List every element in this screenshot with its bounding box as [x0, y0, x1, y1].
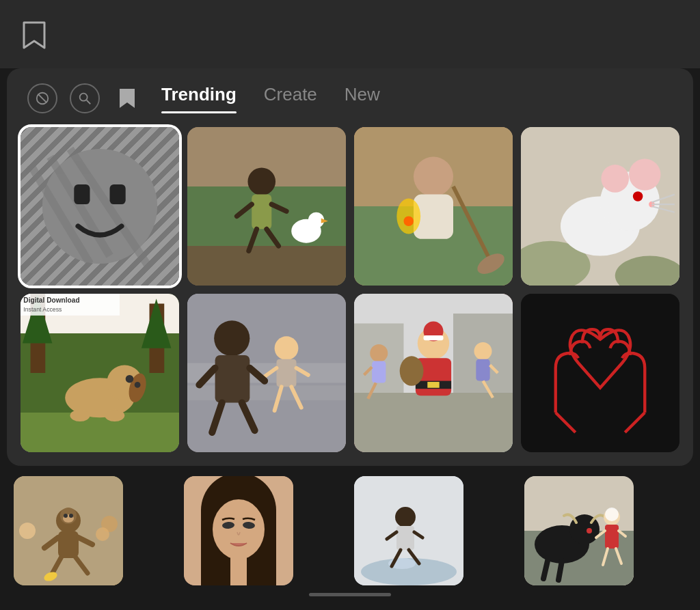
- svg-point-37: [601, 165, 629, 193]
- svg-point-102: [19, 523, 36, 539]
- bull-woman-svg: [524, 476, 634, 585]
- nav-bar: Trending Create New: [7, 68, 693, 113]
- svg-point-120: [213, 499, 265, 559]
- grid-item-9[interactable]: [14, 476, 123, 585]
- search-button[interactable]: [70, 83, 100, 113]
- svg-point-92: [370, 344, 388, 362]
- svg-point-128: [395, 507, 416, 527]
- bookmark-top-icon[interactable]: [21, 19, 48, 50]
- svg-point-57: [105, 410, 124, 421]
- svg-point-147: [605, 508, 619, 521]
- svg-point-14: [247, 167, 275, 195]
- svg-rect-66: [277, 359, 297, 387]
- heart-hands-svg: [521, 294, 679, 452]
- grid-item-5[interactable]: Digital Download Instant Access: [21, 294, 179, 452]
- grid-item-8[interactable]: [521, 294, 679, 452]
- svg-rect-84: [424, 335, 444, 340]
- svg-rect-9: [110, 184, 126, 204]
- scroll-bar: [309, 593, 391, 596]
- svg-rect-110: [58, 531, 79, 558]
- svg-line-140: [558, 561, 562, 580]
- svg-line-3: [87, 100, 91, 105]
- tab-create[interactable]: Create: [264, 84, 317, 113]
- grid-item-1[interactable]: [21, 127, 179, 286]
- svg-point-54: [126, 375, 134, 383]
- dog-forest-svg: Digital Download Instant Access: [21, 294, 179, 452]
- monkey-run-svg: [14, 476, 123, 585]
- svg-rect-8: [74, 184, 90, 204]
- svg-rect-87: [427, 382, 439, 388]
- svg-rect-12: [187, 246, 346, 286]
- svg-point-31: [404, 217, 414, 227]
- grid-item-6[interactable]: [187, 294, 346, 452]
- svg-point-26: [414, 157, 453, 197]
- svg-text:Instant Access: Instant Access: [23, 306, 62, 313]
- grid-item-12[interactable]: [524, 476, 634, 585]
- svg-rect-79: [354, 393, 513, 452]
- svg-point-65: [275, 336, 299, 360]
- svg-point-88: [474, 342, 492, 360]
- grid-item-4[interactable]: [521, 127, 679, 286]
- tab-trending[interactable]: Trending: [161, 84, 237, 113]
- baby-broom-svg: [354, 127, 513, 286]
- bigfoot-chase-svg: [187, 294, 346, 452]
- svg-rect-97: [521, 294, 679, 452]
- child-water-svg: [354, 476, 463, 585]
- bottom-grid: [0, 466, 700, 599]
- white-mouse-svg: [521, 127, 679, 286]
- grid-item-2[interactable]: [187, 127, 346, 286]
- top-bar: [0, 0, 700, 68]
- santa-chase-svg: [354, 294, 513, 452]
- grid-item-10[interactable]: [184, 476, 293, 585]
- svg-point-39: [633, 191, 643, 202]
- svg-rect-93: [372, 361, 386, 383]
- bookmark-nav-button[interactable]: [112, 83, 142, 113]
- svg-point-38: [629, 158, 660, 190]
- emoji-face-svg: [21, 127, 179, 286]
- grid-item-7[interactable]: [354, 294, 513, 452]
- svg-rect-50: [21, 413, 179, 452]
- svg-line-1: [38, 94, 47, 103]
- svg-point-109: [69, 514, 73, 518]
- svg-point-55: [135, 382, 141, 388]
- tab-new[interactable]: New: [345, 84, 380, 113]
- svg-point-71: [214, 320, 250, 356]
- scroll-indicator: [0, 587, 700, 602]
- svg-point-96: [400, 356, 424, 386]
- svg-rect-123: [230, 557, 247, 585]
- svg-rect-142: [605, 525, 619, 549]
- grid-item-11[interactable]: [354, 476, 463, 585]
- svg-point-104: [96, 527, 109, 541]
- nav-tabs: Trending Create New: [161, 84, 380, 113]
- asian-woman-svg: [184, 476, 293, 585]
- svg-text:Digital Download: Digital Download: [23, 296, 79, 304]
- child-running-svg: [187, 127, 346, 286]
- svg-point-138: [587, 528, 592, 533]
- main-card: Trending Create New: [7, 68, 693, 466]
- grid-item-3[interactable]: [354, 127, 513, 286]
- svg-point-56: [70, 410, 90, 421]
- svg-point-2: [80, 94, 88, 101]
- svg-rect-129: [396, 526, 414, 550]
- svg-rect-89: [476, 359, 489, 381]
- svg-rect-15: [252, 195, 271, 230]
- svg-rect-72: [215, 355, 250, 403]
- svg-point-108: [64, 514, 68, 518]
- block-button[interactable]: [27, 83, 57, 113]
- main-grid: Digital Download Instant Access: [7, 113, 693, 466]
